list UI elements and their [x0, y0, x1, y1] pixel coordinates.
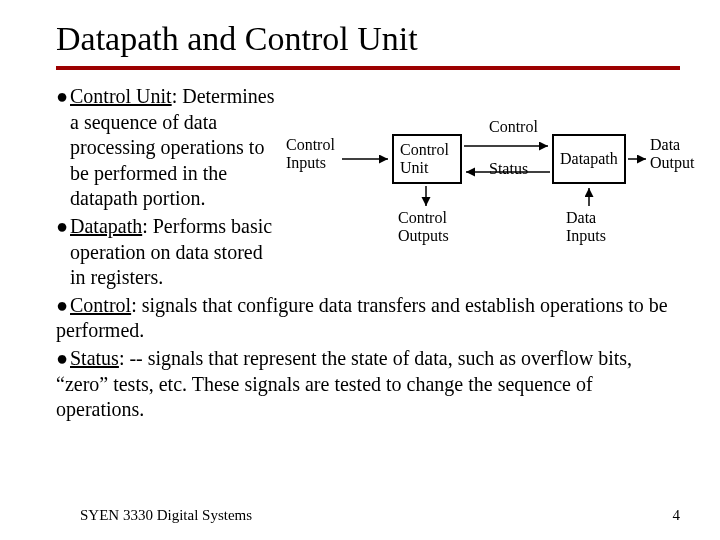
footer: SYEN 3330 Digital Systems 4: [80, 507, 680, 524]
bullet-control: ●Control: signals that configure data tr…: [56, 293, 680, 344]
block-diagram: Control Unit Datapath ControlInputs Cont…: [286, 104, 696, 264]
title-rule: [56, 66, 680, 70]
diagram-arrows: [286, 104, 696, 264]
footer-page-number: 4: [673, 507, 681, 524]
content-area: ●Control Unit: Determines a sequence of …: [56, 84, 680, 423]
page-title: Datapath and Control Unit: [56, 20, 680, 58]
footer-course: SYEN 3330 Digital Systems: [80, 507, 252, 524]
bullet-status: ●Status: -- signals that represent the s…: [56, 346, 680, 423]
